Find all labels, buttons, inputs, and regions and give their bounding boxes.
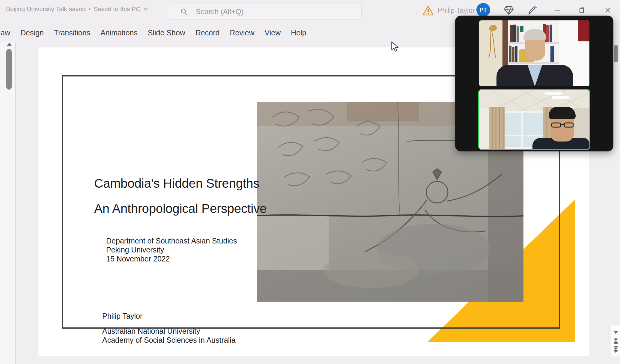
warning-icon[interactable] — [422, 5, 434, 16]
affiliation-text-block[interactable]: Australian National University Academy o… — [102, 327, 236, 345]
participant-top-scene — [479, 20, 589, 86]
restore-icon — [579, 7, 585, 13]
vertical-scrollbar-thumb[interactable] — [614, 45, 618, 62]
save-location-label[interactable]: Saved to this PC — [94, 5, 140, 13]
previous-slide-icon — [613, 338, 619, 344]
book-spine — [515, 46, 517, 62]
tab-animations[interactable]: Animations — [100, 28, 138, 37]
thumbnail-scrollbar-thumb[interactable] — [6, 49, 12, 90]
restore-button[interactable] — [575, 4, 589, 16]
scroll-down-button[interactable] — [612, 328, 619, 336]
participant-bottom-scene — [479, 90, 589, 149]
thumbnail-scroll-up-icon[interactable] — [7, 43, 12, 46]
document-name: Beijing University Talk saved — [6, 5, 86, 13]
window-mullion — [521, 113, 523, 147]
window-title: Beijing University Talk saved • Saved to… — [6, 5, 148, 13]
minimize-button[interactable] — [550, 4, 564, 16]
tab-record[interactable]: Record — [195, 28, 220, 37]
premium-gem-icon[interactable] — [504, 6, 514, 15]
search-icon — [180, 8, 188, 16]
tab-help[interactable]: Help — [291, 28, 306, 37]
book-spine — [517, 26, 519, 42]
search-input[interactable] — [195, 7, 339, 16]
shelf-board — [508, 62, 559, 64]
flower-art-icon — [481, 23, 500, 59]
venue-line-university: Peking University — [106, 245, 237, 254]
close-icon — [605, 7, 611, 13]
slide-title[interactable]: Cambodia's Hidden Strengths — [94, 176, 259, 191]
speaker-hair — [523, 29, 546, 40]
book-spine — [510, 25, 513, 42]
author-name[interactable]: Philip Taylor — [102, 312, 142, 321]
mouse-cursor — [391, 41, 401, 53]
book-spine — [550, 46, 554, 62]
scroll-down-icon — [613, 330, 619, 334]
venue-line-date: 15 November 2022 — [106, 254, 237, 263]
glasses-icon — [551, 122, 574, 128]
close-button[interactable] — [601, 4, 615, 16]
slide-thumbnail-pane — [0, 42, 16, 364]
tab-transitions[interactable]: Transitions — [54, 28, 90, 37]
book-spine — [509, 46, 511, 62]
affiliation-line-anu: Australian National University — [102, 327, 236, 336]
tab-review[interactable]: Review — [230, 28, 254, 37]
minimize-icon — [554, 7, 560, 13]
venue-line-department: Department of Southeast Asian Studies — [106, 236, 237, 245]
tab-draw-partial[interactable]: aw — [1, 28, 10, 37]
book-spine — [546, 25, 549, 42]
search-bar[interactable] — [168, 4, 362, 19]
speaker2-hair — [549, 107, 576, 119]
participant-video-top[interactable] — [479, 20, 589, 86]
book-spine — [513, 25, 516, 42]
title-separator: • — [89, 6, 91, 12]
book-spine — [550, 25, 552, 42]
next-slide-icon — [613, 346, 619, 353]
ribbon-tab-bar: aw Design Transitions Animations Slide S… — [1, 26, 306, 39]
participant-video-bottom-active[interactable] — [478, 89, 590, 150]
tab-slide-show[interactable]: Slide Show — [148, 28, 185, 37]
chevron-down-icon[interactable] — [143, 7, 148, 10]
slide-subtitle[interactable]: An Anthropological Perspective — [94, 201, 267, 216]
account-name[interactable]: Philip Taylor — [438, 7, 475, 15]
window-mullion — [502, 135, 543, 136]
tab-design[interactable]: Design — [20, 28, 44, 37]
account-avatar[interactable]: PT — [476, 3, 490, 17]
powerpoint-window: Beijing University Talk saved • Saved to… — [0, 0, 620, 364]
red-textile — [578, 20, 589, 41]
book-spine — [512, 47, 514, 62]
affiliation-line-academy: Academy of Social Sciences in Australia — [102, 336, 236, 345]
next-slide-button[interactable] — [612, 346, 619, 354]
tab-view[interactable]: View — [264, 28, 281, 37]
venue-text-block[interactable]: Department of Southeast Asian Studies Pe… — [106, 236, 237, 263]
previous-slide-button[interactable] — [612, 337, 619, 345]
book-spine — [520, 26, 523, 32]
editing-pen-icon[interactable] — [526, 5, 537, 16]
curtain-left — [489, 107, 505, 149]
meeting-video-panel — [455, 16, 613, 151]
